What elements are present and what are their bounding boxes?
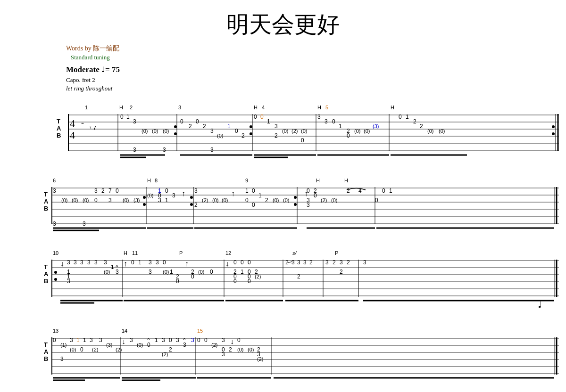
svg-text:1: 1 bbox=[339, 123, 342, 130]
svg-text:(0): (0) bbox=[163, 269, 169, 275]
svg-text:0: 0 bbox=[347, 132, 350, 139]
svg-text:1: 1 bbox=[67, 273, 70, 280]
svg-text:3: 3 bbox=[317, 114, 321, 120]
svg-text:(0): (0) bbox=[217, 133, 223, 139]
svg-text:0: 0 bbox=[147, 342, 150, 348]
svg-text:2: 2 bbox=[275, 132, 278, 139]
svg-text:1: 1 bbox=[165, 197, 168, 204]
svg-text:4: 4 bbox=[70, 117, 75, 129]
svg-text:0: 0 bbox=[301, 137, 304, 144]
svg-text:(3): (3) bbox=[106, 342, 112, 348]
svg-text:H: H bbox=[344, 178, 348, 183]
svg-point-113 bbox=[143, 203, 146, 206]
svg-text:3: 3 bbox=[194, 188, 198, 194]
svg-text:(0): (0) bbox=[427, 128, 433, 134]
svg-text:3: 3 bbox=[67, 259, 70, 266]
svg-text:3: 3 bbox=[176, 337, 179, 343]
tab-row-1: T A B 4 4 1 - 𝄾 7 H 2 0 1 3 (0) (0) bbox=[28, 96, 538, 162]
svg-text:3: 3 bbox=[94, 188, 98, 194]
svg-text:3: 3 bbox=[104, 259, 107, 266]
svg-text:1: 1 bbox=[170, 269, 173, 275]
svg-text:𝄾: 𝄾 bbox=[90, 126, 92, 129]
svg-text:0: 0 bbox=[260, 114, 264, 120]
svg-point-125 bbox=[190, 196, 193, 199]
svg-text:2: 2 bbox=[309, 259, 313, 266]
svg-text:3: 3 bbox=[210, 147, 214, 153]
svg-text:(0): (0) bbox=[301, 128, 307, 134]
svg-text:(0): (0) bbox=[354, 128, 360, 134]
svg-text:2: 2 bbox=[413, 118, 416, 125]
svg-text:(0): (0) bbox=[198, 269, 204, 275]
svg-text:H: H bbox=[119, 105, 123, 110]
svg-text:(1): (1) bbox=[60, 342, 67, 348]
svg-text:(0): (0) bbox=[248, 347, 254, 352]
svg-text:(0): (0) bbox=[152, 128, 158, 134]
svg-text:A: A bbox=[44, 270, 49, 278]
svg-text:2: 2 bbox=[101, 188, 105, 194]
svg-text:7: 7 bbox=[108, 188, 112, 194]
svg-text:(0): (0) bbox=[439, 128, 445, 134]
svg-text:3: 3 bbox=[80, 259, 83, 266]
svg-text:(0): (0) bbox=[163, 128, 169, 134]
svg-text:2: 2 bbox=[347, 259, 350, 266]
svg-text:B: B bbox=[44, 355, 48, 362]
svg-text:0: 0 bbox=[237, 337, 241, 343]
svg-text:3: 3 bbox=[74, 259, 77, 266]
svg-text:(2): (2) bbox=[92, 347, 98, 352]
svg-text:(0): (0) bbox=[331, 197, 337, 203]
svg-text:1: 1 bbox=[155, 337, 158, 343]
svg-text:3: 3 bbox=[363, 259, 366, 266]
svg-text:3: 3 bbox=[291, 259, 295, 266]
svg-text:(2): (2) bbox=[291, 128, 298, 134]
svg-text:↓: ↓ bbox=[230, 337, 234, 345]
tab-row-4: T A B 13 0 (1) 3 1 1 3 (0) 0 3 3 (3) (2)… bbox=[28, 320, 538, 384]
svg-point-179 bbox=[54, 271, 57, 274]
svg-text:1: 1 bbox=[227, 123, 231, 130]
svg-text:(3): (3) bbox=[373, 123, 379, 129]
svg-text:3: 3 bbox=[303, 259, 307, 266]
svg-text:A: A bbox=[44, 348, 49, 355]
svg-text:4: 4 bbox=[70, 129, 75, 141]
tab-row-3: T A B 10 ↓ 3 3 3 3 3 1 3 1 3 1 (0) ^ bbox=[28, 242, 538, 312]
svg-text:T: T bbox=[44, 341, 48, 348]
svg-text:3: 3 bbox=[108, 197, 112, 204]
svg-text:0: 0 bbox=[191, 273, 194, 280]
svg-text:0: 0 bbox=[197, 337, 200, 343]
svg-text:(0): (0) bbox=[61, 197, 67, 203]
svg-text:3: 3 bbox=[133, 118, 136, 125]
svg-point-31 bbox=[174, 132, 177, 135]
svg-text:1: 1 bbox=[245, 188, 249, 194]
svg-text:3: 3 bbox=[133, 147, 136, 153]
svg-text:B: B bbox=[44, 205, 48, 212]
svg-text:T: T bbox=[44, 263, 48, 270]
svg-text:0: 0 bbox=[169, 337, 172, 343]
svg-text:0: 0 bbox=[120, 114, 124, 120]
words-by: Words by 陈一编配 bbox=[66, 44, 538, 53]
svg-text:7: 7 bbox=[93, 124, 96, 131]
svg-text:1: 1 bbox=[389, 188, 392, 194]
svg-text:3: 3 bbox=[156, 259, 159, 266]
svg-text:(2): (2) bbox=[202, 197, 208, 203]
svg-text:(0): (0) bbox=[364, 128, 370, 134]
tab-staff-3: T A B 10 ↓ 3 3 3 3 3 1 3 1 3 1 (0) ^ bbox=[42, 242, 561, 310]
svg-text:T: T bbox=[57, 118, 60, 125]
tempo-marking: Moderate ♩= 75 bbox=[66, 65, 538, 74]
svg-text:11: 11 bbox=[132, 250, 138, 256]
svg-text:2: 2 bbox=[297, 273, 300, 280]
svg-text:1: 1 bbox=[267, 118, 270, 125]
svg-text:0: 0 bbox=[248, 278, 251, 285]
svg-text:0: 0 bbox=[163, 259, 166, 266]
svg-text:2: 2 bbox=[189, 123, 192, 130]
svg-text:(2): (2) bbox=[162, 351, 168, 357]
svg-text:0: 0 bbox=[116, 188, 119, 194]
svg-text:0: 0 bbox=[176, 278, 179, 285]
svg-text:3: 3 bbox=[149, 269, 152, 275]
svg-text:2: 2 bbox=[285, 259, 289, 266]
svg-text:↓: ↓ bbox=[225, 260, 229, 268]
svg-text:3: 3 bbox=[297, 259, 300, 266]
svg-text:1: 1 bbox=[258, 192, 262, 199]
svg-point-44 bbox=[250, 125, 252, 128]
tab-staff-4: T A B 13 0 (1) 3 1 1 3 (0) 0 3 3 (3) (2)… bbox=[42, 320, 561, 382]
svg-text:15: 15 bbox=[197, 328, 203, 334]
tab-row-2: T A B 6 3 (0) (0) (0) 3 3 3 2 7 0 (0) (3… bbox=[28, 170, 538, 233]
